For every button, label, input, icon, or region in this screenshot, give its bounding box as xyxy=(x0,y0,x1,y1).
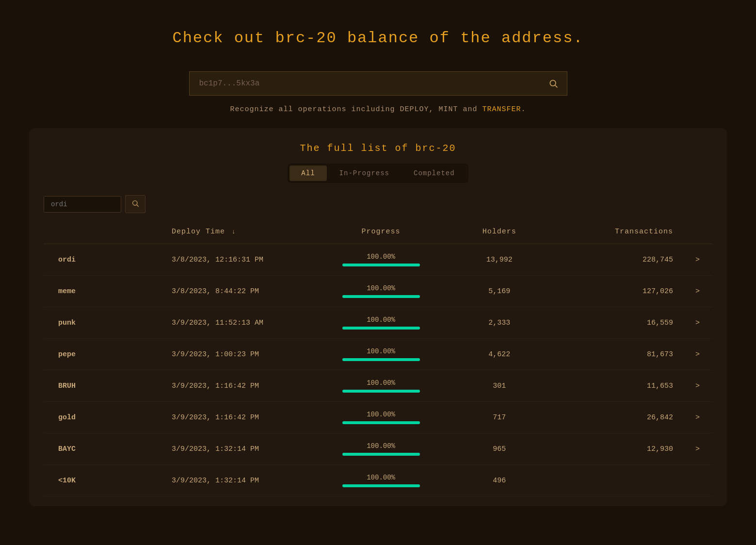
table-search-button[interactable] xyxy=(125,195,145,213)
progress-pct: 100.00% xyxy=(325,379,436,387)
transactions-cell: 127,026 xyxy=(552,276,682,307)
svg-line-1 xyxy=(555,85,557,88)
token-name: BRUH xyxy=(44,370,162,402)
holders-cell: 2,333 xyxy=(446,307,553,339)
progress-pct: 100.00% xyxy=(325,253,436,261)
table-title: The full list of brc-20 xyxy=(44,143,712,154)
arrow-cell: > xyxy=(683,276,712,307)
col-header-arrow xyxy=(683,223,712,244)
progress-bar-fill xyxy=(342,453,420,456)
progress-cell: 100.00% xyxy=(316,276,446,307)
progress-cell: 100.00% xyxy=(316,402,446,433)
progress-bar-bg xyxy=(342,453,420,456)
table-row[interactable]: BAYC 3/9/2023, 1:32:14 PM 100.00% 965 12… xyxy=(44,433,712,465)
table-row[interactable]: <10K 3/9/2023, 1:32:14 PM 100.00% 496 xyxy=(44,465,712,496)
progress-bar-bg xyxy=(342,358,420,361)
progress-bar-bg xyxy=(342,327,420,330)
progress-bar-bg xyxy=(342,484,420,487)
arrow-cell: > xyxy=(683,402,712,433)
table-search-row xyxy=(44,195,712,213)
progress-bar-fill xyxy=(342,358,420,361)
table-row[interactable]: gold 3/9/2023, 1:16:42 PM 100.00% 717 26… xyxy=(44,402,712,433)
description-prefix: Recognize all operations including DEPLO… xyxy=(230,105,482,114)
table-search-input[interactable] xyxy=(44,196,121,213)
holders-cell: 496 xyxy=(446,465,553,496)
deploy-time: 3/9/2023, 1:32:14 PM xyxy=(162,465,316,496)
table-row[interactable]: BRUH 3/9/2023, 1:16:42 PM 100.00% 301 11… xyxy=(44,370,712,402)
data-table: Deploy Time ↓ Progress Holders Transacti… xyxy=(44,223,712,496)
table-search-icon xyxy=(131,199,139,207)
table-container: The full list of brc-20 All In-Progress … xyxy=(29,128,727,506)
transactions-cell: 81,673 xyxy=(552,339,682,370)
deploy-time: 3/9/2023, 1:00:23 PM xyxy=(162,339,316,370)
page-wrapper: Check out brc-20 balance of the address.… xyxy=(0,0,756,521)
token-name: BAYC xyxy=(44,433,162,465)
progress-pct: 100.00% xyxy=(325,347,436,355)
col-header-holders: Holders xyxy=(446,223,553,244)
tab-in-progress[interactable]: In-Progress xyxy=(328,165,401,181)
holders-cell: 13,992 xyxy=(446,244,553,276)
progress-bar-fill xyxy=(342,484,420,487)
address-search-button[interactable] xyxy=(540,71,567,96)
col-header-deploy[interactable]: Deploy Time ↓ xyxy=(162,223,316,244)
tabs-wrapper: All In-Progress Completed xyxy=(288,164,468,183)
deploy-time: 3/9/2023, 11:52:13 AM xyxy=(162,307,316,339)
progress-cell: 100.00% xyxy=(316,370,446,402)
holders-cell: 965 xyxy=(446,433,553,465)
arrow-cell: > xyxy=(683,307,712,339)
deploy-time: 3/9/2023, 1:32:14 PM xyxy=(162,433,316,465)
transactions-cell: 228,745 xyxy=(552,244,682,276)
tab-all[interactable]: All xyxy=(290,165,326,181)
col-header-transactions: Transactions xyxy=(552,223,682,244)
holders-cell: 717 xyxy=(446,402,553,433)
token-name: ordi xyxy=(44,244,162,276)
search-icon xyxy=(548,79,558,88)
progress-bar-bg xyxy=(342,421,420,424)
progress-bar-fill xyxy=(342,390,420,393)
progress-cell: 100.00% xyxy=(316,339,446,370)
progress-pct: 100.00% xyxy=(325,442,436,450)
progress-bar-bg xyxy=(342,295,420,298)
table-row[interactable]: ordi 3/8/2023, 12:16:31 PM 100.00% 13,99… xyxy=(44,244,712,276)
progress-cell: 100.00% xyxy=(316,244,446,276)
arrow-cell: > xyxy=(683,244,712,276)
arrow-cell: > xyxy=(683,339,712,370)
token-name: punk xyxy=(44,307,162,339)
header-section: Check out brc-20 balance of the address. xyxy=(0,15,756,57)
progress-bar-fill xyxy=(342,421,420,424)
holders-cell: 301 xyxy=(446,370,553,402)
search-section xyxy=(189,71,567,96)
holders-cell: 5,169 xyxy=(446,276,553,307)
progress-cell: 100.00% xyxy=(316,307,446,339)
filter-tabs: All In-Progress Completed xyxy=(44,164,712,183)
description-suffix: . xyxy=(521,105,526,114)
table-row[interactable]: meme 3/8/2023, 8:44:22 PM 100.00% 5,169 … xyxy=(44,276,712,307)
transactions-cell: 16,559 xyxy=(552,307,682,339)
progress-bar-bg xyxy=(342,390,420,393)
arrow-cell: > xyxy=(683,433,712,465)
table-row[interactable]: punk 3/9/2023, 11:52:13 AM 100.00% 2,333… xyxy=(44,307,712,339)
svg-line-3 xyxy=(137,205,139,207)
progress-bar-fill xyxy=(342,295,420,298)
deploy-time: 3/9/2023, 1:16:42 PM xyxy=(162,370,316,402)
progress-cell: 100.00% xyxy=(316,465,446,496)
progress-pct: 100.00% xyxy=(325,474,436,481)
col-header-progress: Progress xyxy=(316,223,446,244)
transactions-cell xyxy=(552,465,682,496)
deploy-time: 3/9/2023, 1:16:42 PM xyxy=(162,402,316,433)
arrow-cell xyxy=(683,465,712,496)
token-name: <10K xyxy=(44,465,162,496)
token-name: meme xyxy=(44,276,162,307)
description-section: Recognize all operations including DEPLO… xyxy=(0,105,756,114)
transactions-cell: 11,653 xyxy=(552,370,682,402)
progress-pct: 100.00% xyxy=(325,411,436,418)
transactions-cell: 26,842 xyxy=(552,402,682,433)
progress-bar-fill xyxy=(342,264,420,266)
transfer-link[interactable]: TRANSFER xyxy=(483,105,521,114)
tab-completed[interactable]: Completed xyxy=(402,165,466,181)
token-name: pepe xyxy=(44,339,162,370)
address-search-input[interactable] xyxy=(189,71,540,96)
transactions-cell: 12,930 xyxy=(552,433,682,465)
table-body: ordi 3/8/2023, 12:16:31 PM 100.00% 13,99… xyxy=(44,244,712,496)
table-row[interactable]: pepe 3/9/2023, 1:00:23 PM 100.00% 4,622 … xyxy=(44,339,712,370)
